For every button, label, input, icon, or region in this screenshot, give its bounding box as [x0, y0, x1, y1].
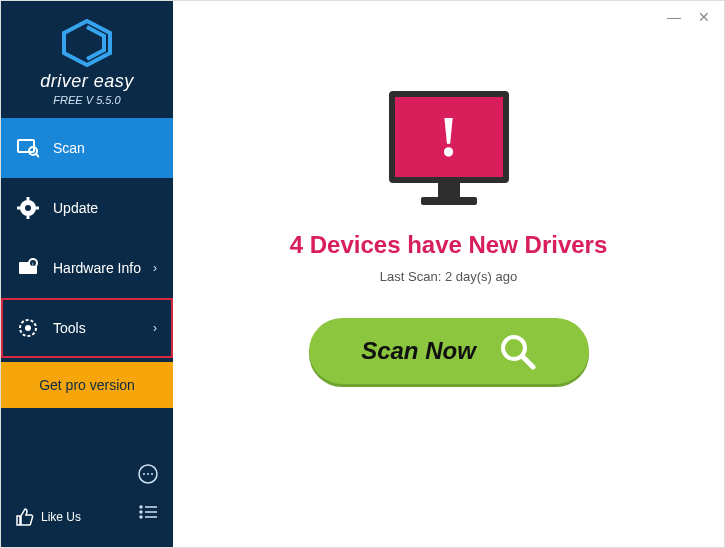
nav-label: Update [53, 200, 157, 216]
bottom-icons [137, 463, 159, 527]
svg-rect-1 [18, 140, 34, 152]
svg-point-21 [140, 511, 142, 513]
monitor-base [421, 197, 477, 205]
svg-line-3 [36, 154, 39, 157]
monitor-graphic: ! [389, 91, 509, 205]
version-label: FREE V 5.5.0 [1, 94, 173, 106]
gear-icon [17, 197, 39, 219]
main-panel: — ✕ ! 4 Devices have New Drivers Last Sc… [173, 1, 724, 547]
sidebar-item-scan[interactable]: Scan [1, 118, 173, 178]
scan-icon [17, 137, 39, 159]
nav-label: Scan [53, 140, 157, 156]
monitor-neck [438, 183, 460, 197]
menu-icon[interactable] [137, 501, 159, 527]
svg-point-18 [151, 473, 153, 475]
exclamation-icon: ! [439, 105, 458, 169]
logo-area: driver easy FREE V 5.5.0 [1, 1, 173, 118]
chevron-right-icon: › [153, 261, 157, 275]
get-pro-button[interactable]: Get pro version [1, 362, 173, 408]
monitor-screen: ! [389, 91, 509, 183]
close-button[interactable]: ✕ [696, 9, 712, 25]
nav: Scan Update i Hardware Info › Tools [1, 118, 173, 408]
pro-label: Get pro version [39, 377, 135, 393]
svg-point-17 [147, 473, 149, 475]
logo-icon [60, 19, 114, 67]
last-scan-text: Last Scan: 2 day(s) ago [380, 269, 517, 284]
minimize-button[interactable]: — [666, 9, 682, 25]
feedback-icon[interactable] [137, 463, 159, 489]
brand-name: driver easy [1, 71, 173, 92]
app-root: driver easy FREE V 5.5.0 Scan Update i [0, 0, 725, 548]
headline-text: 4 Devices have New Drivers [290, 231, 608, 259]
chevron-right-icon: › [153, 321, 157, 335]
svg-point-14 [25, 325, 31, 331]
sidebar: driver easy FREE V 5.5.0 Scan Update i [1, 1, 173, 547]
scan-button-label: Scan Now [361, 337, 476, 365]
scan-content: ! 4 Devices have New Drivers Last Scan: … [173, 1, 724, 384]
sidebar-item-update[interactable]: Update [1, 178, 173, 238]
svg-text:i: i [32, 261, 33, 267]
sidebar-item-hardware-info[interactable]: i Hardware Info › [1, 238, 173, 298]
thumbs-up-icon [15, 507, 35, 527]
svg-point-5 [25, 205, 31, 211]
scan-now-button[interactable]: Scan Now [309, 318, 589, 384]
svg-point-16 [143, 473, 145, 475]
nav-label: Tools [53, 320, 153, 336]
hardware-icon: i [17, 257, 39, 279]
search-icon [498, 332, 536, 370]
svg-point-19 [140, 506, 142, 508]
svg-point-23 [140, 516, 142, 518]
tools-icon [17, 317, 39, 339]
like-label: Like Us [41, 510, 81, 524]
nav-label: Hardware Info [53, 260, 153, 276]
sidebar-item-tools[interactable]: Tools › [1, 298, 173, 358]
sidebar-bottom: Like Us [1, 453, 173, 547]
svg-line-26 [523, 357, 533, 367]
window-controls: — ✕ [666, 9, 712, 25]
like-us-button[interactable]: Like Us [15, 507, 81, 527]
